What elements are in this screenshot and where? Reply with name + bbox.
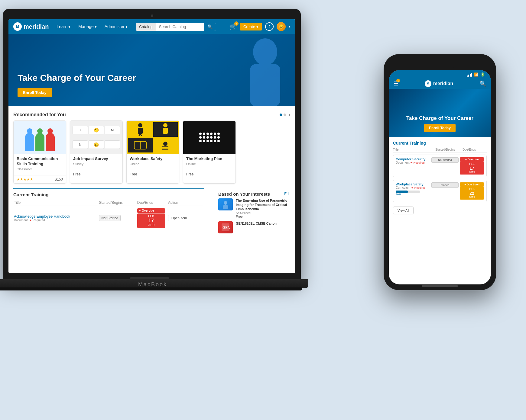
avatar[interactable]: 😊 <box>277 22 286 31</box>
key-t: T <box>73 126 88 134</box>
course-name-2: Job Impact Survey <box>73 156 119 162</box>
bar-3 <box>470 74 471 77</box>
dot-1 <box>280 114 282 116</box>
course-price-1: $150 <box>55 177 63 181</box>
carousel-dots <box>280 114 286 116</box>
ph-title-link-1[interactable]: Computer Security <box>396 157 430 161</box>
chevron-down-icon: ▾ <box>68 24 70 29</box>
course-thumb-workplace <box>127 121 179 154</box>
due-day: 17 <box>139 218 163 223</box>
course-card-communication[interactable]: Basic Communication Skills Training Clas… <box>13 120 66 184</box>
interest-title-1: The Emerging Use of Parametric Imaging f… <box>236 198 291 211</box>
ph-row-grid-1: Computer Security Document ★ Required No… <box>396 157 484 175</box>
search-button[interactable]: 🔍 <box>204 23 216 31</box>
ph-title-link-2[interactable]: Workplace Safety <box>396 182 430 186</box>
laptop-navbar: M meridian Learn ▾ Manage ▾ Administer ▾… <box>8 19 295 34</box>
ph-day-2: 22 <box>460 191 483 195</box>
interest-title-2: GEN1820EL-CMSE Canon <box>236 221 291 226</box>
laptop-brand: MacBook <box>0 281 305 288</box>
cart-badge: 1 <box>234 21 239 26</box>
interest-item-1[interactable]: The Emerging Use of Parametric Imaging f… <box>218 198 291 218</box>
nav-administer[interactable]: Administer ▾ <box>102 23 130 30</box>
course-type-4: Online <box>186 162 232 166</box>
training-title-cell: Acknowledge Employee Handbook Document ★… <box>14 207 98 230</box>
ph-progress-label-2: 50% <box>396 193 430 196</box>
person-icon-red <box>46 133 55 151</box>
hamburger-button[interactable]: ☰ 1 <box>394 80 398 87</box>
course-price-3: Free <box>130 172 137 176</box>
interest-info-1: The Emerging Use of Parametric Imaging f… <box>236 198 291 218</box>
avatar-emoji: 😊 <box>279 24 284 29</box>
ph-progress-fill-2 <box>396 191 408 193</box>
phone-training-row-2: Workplace Safety Curriculum ★ Required 5… <box>393 180 487 202</box>
help-button[interactable]: ? <box>265 22 274 31</box>
svg-point-6 <box>163 123 167 127</box>
svg-rect-7 <box>163 128 168 134</box>
phone-enroll-button[interactable]: Enroll Today <box>424 124 456 132</box>
create-button[interactable]: Create ▾ <box>240 23 262 30</box>
phone-logo: M meridian <box>425 80 453 87</box>
laptop-logo: M meridian <box>13 22 49 31</box>
bottom-section: Current Training Title Started/Begins Du… <box>8 188 295 236</box>
view-all-button[interactable]: View All <box>393 207 414 214</box>
carousel-next-icon[interactable]: › <box>288 111 291 118</box>
course-type-1: Classroom <box>17 167 63 171</box>
edit-link[interactable]: Edit <box>284 192 291 196</box>
course-name-4: The Marketing Plan <box>186 156 232 162</box>
overdue-icon: ● <box>139 209 141 212</box>
training-status-cell: Not Started <box>99 207 137 230</box>
nav-manage[interactable]: Manage ▾ <box>76 23 99 30</box>
laptop-screen: M meridian Learn ▾ Manage ▾ Administer ▾… <box>8 19 295 273</box>
ph-year-2: 2019 <box>460 195 483 199</box>
ph-year-1: 2019 <box>460 170 483 174</box>
ph-due-cell-1: ● Overdue FEB 17 2019 <box>460 157 484 175</box>
required-star: ★ <box>29 219 32 222</box>
recommended-title: Recommended for You <box>13 112 66 117</box>
phone-home-indicator <box>422 285 458 287</box>
training-due-cell: ● Overdue FEB 17 2019 <box>137 207 167 230</box>
date-box: FEB 17 2019 <box>137 213 165 228</box>
interest-item-2[interactable]: GEN GEN1820EL-CMSE Canon <box>218 221 291 233</box>
phone-training-row-1: Computer Security Document ★ Required No… <box>393 155 487 177</box>
overdue-badge: ● Overdue <box>137 208 165 213</box>
interests-header: Based on Your Interests Edit <box>218 188 291 198</box>
not-started-badge: Not Started <box>99 215 121 221</box>
hero-banner: Take Charge of Your Career Enroll Today <box>8 34 295 106</box>
course-info-survey: Job Impact Survey Survey <box>70 154 122 170</box>
phone-content: Current Training Title Started/Begins Du… <box>389 137 491 284</box>
due-month: FEB <box>139 214 163 218</box>
recommended-section: Recommended for You › <box>8 106 295 188</box>
chevron-down-icon: ▾ <box>256 24 258 29</box>
ph-col-started: Started/Begins <box>435 148 463 151</box>
safety-figure-3 <box>128 138 153 152</box>
nav-learn[interactable]: Learn ▾ <box>54 23 73 30</box>
bar-1 <box>467 75 468 77</box>
marketing-dots <box>196 130 223 145</box>
logo-icon: M <box>13 22 22 31</box>
open-item-button[interactable]: Open Item <box>168 215 190 221</box>
bar-2 <box>468 75 469 77</box>
search-input[interactable] <box>156 23 204 31</box>
phone-device: 📶 🔋 ☰ 1 M meridian 🔍 Take Charge of Your… <box>384 54 496 386</box>
course-card-survey[interactable]: T 🙂 M N ☹️ Job Impact Survey Survey <box>70 120 123 184</box>
current-training-title: Current Training <box>13 189 204 199</box>
svg-rect-3 <box>138 128 143 134</box>
ph-required-1: ★ Required <box>410 161 424 164</box>
course-card-marketing[interactable]: The Marketing Plan Online Free <box>183 120 236 184</box>
phone-search-button[interactable]: 🔍 <box>479 80 486 87</box>
course-info-communication: Basic Communication Skills Training Clas… <box>14 154 66 175</box>
phone-logo-text: meridian <box>433 81 453 86</box>
cart-icon[interactable]: 🛒 1 <box>229 23 237 30</box>
training-title-link[interactable]: Acknowledge Employee Handbook <box>14 214 96 219</box>
enroll-button[interactable]: Enroll Today <box>18 88 52 97</box>
course-card-workplace[interactable]: Workplace Safety Online Free <box>126 120 179 184</box>
course-name-3: Workplace Safety <box>130 156 176 162</box>
phone-table-header: Title Started/Begins Due/Ends <box>393 148 487 153</box>
interests-title: Based on Your Interests <box>218 191 270 197</box>
ph-not-started-badge-1: Not Started <box>431 157 459 163</box>
ph-progress-bar-2 <box>396 191 420 193</box>
phone-status-bar: 📶 🔋 <box>389 70 491 79</box>
battery-icon: 🔋 <box>480 72 485 77</box>
course-info-marketing: The Marketing Plan Online <box>183 154 235 170</box>
ph-status-cell-1: Not Started <box>431 157 459 163</box>
